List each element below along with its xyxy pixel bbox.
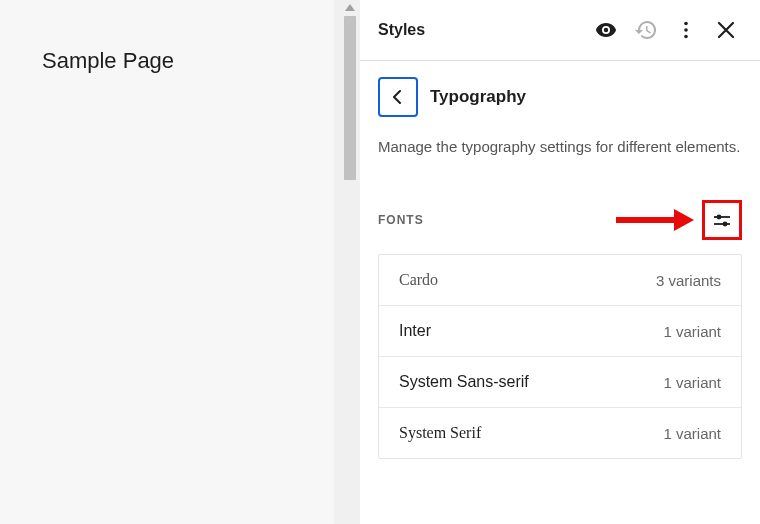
- svg-point-7: [717, 215, 722, 220]
- more-vertical-icon: [674, 18, 698, 42]
- page-title: Sample Page: [42, 48, 292, 74]
- svg-point-2: [684, 28, 688, 32]
- nav-row: Typography: [378, 77, 742, 117]
- svg-point-3: [684, 35, 688, 39]
- panel-header: Styles: [360, 0, 760, 61]
- manage-fonts-button[interactable]: [702, 200, 742, 240]
- font-name: Cardo: [399, 271, 438, 289]
- font-name: System Serif: [399, 424, 481, 442]
- font-variants: 3 variants: [656, 272, 721, 289]
- font-item[interactable]: Inter 1 variant: [379, 306, 741, 357]
- history-icon: [634, 18, 658, 42]
- fonts-label: FONTS: [378, 213, 424, 227]
- font-item[interactable]: System Sans-serif 1 variant: [379, 357, 741, 408]
- scrollbar-track[interactable]: [340, 0, 360, 524]
- revisions-button[interactable]: [630, 14, 662, 46]
- svg-marker-0: [345, 4, 355, 11]
- section-title: Typography: [430, 87, 526, 107]
- svg-point-9: [723, 222, 728, 227]
- font-variants: 1 variant: [663, 425, 721, 442]
- eye-icon: [594, 18, 618, 42]
- sliders-icon: [711, 209, 733, 231]
- panel-body: Typography Manage the typography setting…: [360, 61, 760, 524]
- font-list: Cardo 3 variants Inter 1 variant System …: [378, 254, 742, 459]
- font-name: Inter: [399, 322, 431, 340]
- font-variants: 1 variant: [663, 323, 721, 340]
- close-icon: [716, 20, 736, 40]
- close-panel-button[interactable]: [710, 14, 742, 46]
- fonts-header-row: FONTS: [378, 200, 742, 240]
- style-book-button[interactable]: [590, 14, 622, 46]
- panel-header-title: Styles: [378, 21, 582, 39]
- font-variants: 1 variant: [663, 374, 721, 391]
- scrollbar-thumb[interactable]: [344, 16, 356, 180]
- svg-marker-5: [674, 209, 694, 231]
- section-description: Manage the typography settings for diffe…: [378, 135, 742, 158]
- preview-content: Sample Page: [0, 0, 334, 524]
- font-item[interactable]: System Serif 1 variant: [379, 408, 741, 458]
- preview-pane: Sample Page: [0, 0, 360, 524]
- annotation-arrow-icon: [614, 206, 694, 234]
- chevron-left-icon: [391, 90, 405, 104]
- scrollbar-arrow-up-icon: [340, 0, 360, 14]
- more-menu-button[interactable]: [670, 14, 702, 46]
- font-name: System Sans-serif: [399, 373, 529, 391]
- svg-point-1: [684, 22, 688, 26]
- back-button[interactable]: [378, 77, 418, 117]
- styles-panel: Styles Typography Manage the typography …: [360, 0, 760, 524]
- font-item[interactable]: Cardo 3 variants: [379, 255, 741, 306]
